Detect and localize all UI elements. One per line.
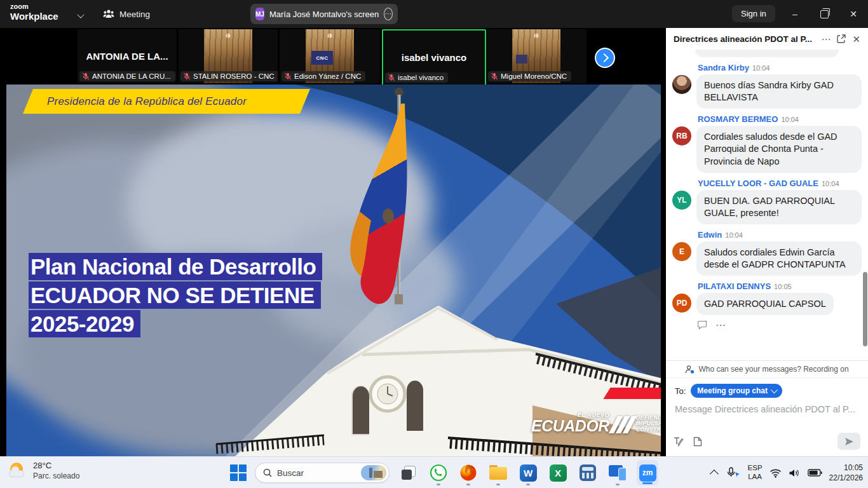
volume-icon[interactable] [789,468,801,478]
chat-message: RB ROSMARY BERMEO10:04 Cordiales saludos… [671,114,862,172]
chat-messages: Sandra Kirby10:04 Buenos días Sandra Kir… [666,50,868,361]
participant-tile-antonia[interactable]: ANTONIA DE LA... ANTONIA DE LA CRU... [78,29,177,83]
chat-input-toolbar [666,433,868,450]
send-button[interactable] [837,433,860,450]
zoom-workplace-logo: zoom Workplace [10,3,58,21]
chat-header: Directrices alineación PDOT al P... ⋯ ✕ [666,28,868,50]
participant-name-badge: isabel vivanco [385,72,448,83]
more-options-icon[interactable]: ⋯ [384,8,393,20]
running-indicator [496,484,500,485]
avatar: E [672,242,691,261]
attach-file-icon[interactable] [693,437,702,447]
battery-icon[interactable] [808,469,822,477]
running-indicator [616,484,620,485]
who-can-see-icon [685,365,695,374]
send-to-value: Meeting group chat [697,386,768,395]
running-indicator [466,484,470,485]
tab-shared-screen[interactable]: MJ María José Montalvo's screen ⋯ [250,4,398,24]
send-to-selector[interactable]: Meeting group chat [691,384,782,398]
avatar: RB [672,126,691,146]
weather-temperature: 28°C [33,461,79,471]
message-bubble: Cordiales saludos desde el GAD Parroquia… [696,126,862,172]
chat-scrollbar[interactable] [863,272,867,346]
message-bubble: GAD PARROQUIAL CAPSOL [696,293,834,315]
message-bubble: Buenos días Sandra Kirby GAD BELLAVISTA [696,74,862,109]
file-explorer-icon [489,465,507,480]
el-nuevo-ecuador-logo: EL NUEVO ECUADOR DEFIENDE IMPULSA CONSTR… [531,412,661,434]
format-text-icon[interactable] [674,437,684,447]
participant-tile-stalin[interactable]: STALIN ROSERO - CNC [179,29,278,83]
tray-date: 22/1/2026 [829,473,863,483]
chat-message: Sandra Kirby10:04 Buenos días Sandra Kir… [671,63,862,109]
avatar [672,75,691,94]
zoom-app-icon: zm [639,464,656,482]
reply-in-thread-icon[interactable] [698,320,708,330]
taskbar-app-word[interactable]: W [517,459,539,487]
participant-name-text: Edison Yánez / CNC [294,72,361,80]
sender-name: YUCELLY LOOR - GAD GUALE [698,179,818,188]
slide-title-line3: 2025-2029 [29,310,140,337]
tray-clock[interactable]: 10:05 22/1/2026 [829,463,863,483]
sign-in-button[interactable]: Sign in [732,5,775,22]
word-icon: W [520,464,537,482]
chat-message-input[interactable]: Message Directrices alineación PDOT al P… [666,398,868,414]
taskbar-app-phone-link[interactable] [607,459,628,487]
more-actions-icon[interactable]: ⋯ [715,319,726,331]
cnc-sign [516,55,527,64]
chevron-right-icon [599,53,608,62]
slide-title: Plan Nacional de Desarrollo ECUADOR NO S… [29,253,322,339]
windows-taskbar: 28°C Parc. soleado Buscar W X [0,456,868,488]
microphone-tray-icon[interactable] [726,467,741,478]
slide-banner: Presidencia de la República del Ecuador [23,89,310,114]
taskbar-center: Buscar W X zm [230,457,658,488]
taskbar-app-firefox[interactable] [458,459,479,487]
sender-name: Sandra Kirby [698,63,749,72]
search-box[interactable]: Buscar [255,463,390,483]
language-bottom: LAA [748,473,763,482]
mic-muted-icon [183,72,191,80]
slide-banner-text: Presidencia de la República del Ecuador [23,95,247,108]
minimize-button[interactable]: – [780,0,810,28]
wifi-icon[interactable] [770,468,782,478]
weather-widget[interactable]: 28°C Parc. soleado [8,461,79,481]
participant-tile-edison[interactable]: CNC Edison Yánez / CNC [280,29,380,83]
restore-icon [820,10,829,18]
logo-construye: CONSTRUYE [636,427,661,433]
participant-tile-miguel[interactable]: Miguel Moreno/CNC [486,29,587,83]
participant-name-badge: ANTONIA DE LA CRU... [79,71,175,81]
taskbar-app-calculator[interactable] [577,459,599,487]
chat-close-icon[interactable]: ✕ [852,34,860,44]
language-top: ESP [748,464,763,473]
phone-link-icon [609,465,627,480]
chevron-down-icon[interactable] [77,11,84,18]
taskbar-app-excel[interactable]: X [547,459,569,487]
tray-chevron-up-icon[interactable] [709,470,718,478]
close-button[interactable]: ✕ [839,0,868,28]
pop-out-icon[interactable] [837,34,846,43]
taskbar-app-whatsapp[interactable] [428,459,449,487]
weather-icon [8,461,28,481]
mic-muted-icon [388,74,395,81]
participant-tile-isabel-active[interactable]: isabel vivanco isabel vivanco [382,29,486,86]
language-indicator[interactable]: ESP LAA [748,464,763,482]
tab-meeting-label: Meeting [119,10,150,19]
meeting-work-area: ANTONIA DE LA... ANTONIA DE LA CRU... ST… [0,28,666,456]
next-participants-button[interactable] [595,48,615,68]
search-highlight-image[interactable] [361,465,386,480]
chat-footer: Who can see your messages? Recording on … [666,360,868,456]
start-button[interactable] [230,464,247,481]
task-view-button[interactable] [398,459,419,487]
mic-muted-icon [82,72,90,80]
people-icon [103,10,114,18]
sender-name: ROSMARY BERMEO [698,114,778,124]
recording-notice-text: Who can see your messages? Recording on [698,365,848,374]
running-indicator [526,484,530,485]
search-icon [263,468,272,477]
taskbar-app-file-explorer[interactable] [487,459,509,487]
restore-button[interactable] [810,0,839,28]
taskbar-app-zoom-active[interactable]: zm [637,460,658,485]
tab-meeting[interactable]: Meeting [103,0,150,28]
avatar: PD [672,294,691,313]
message-bubble: Saludos cordiales Edwin García desde el … [696,241,862,276]
chat-more-icon[interactable]: ⋯ [821,34,831,44]
